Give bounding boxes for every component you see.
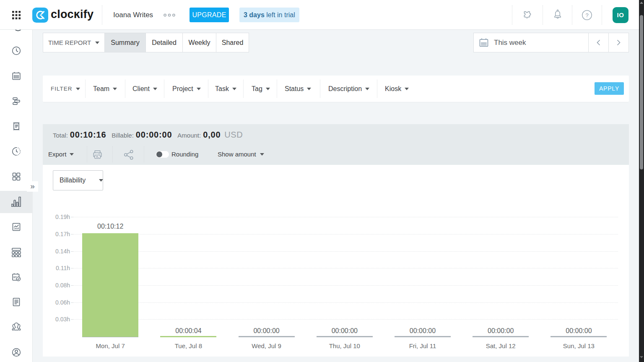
svg-text:?: ? [585,12,588,18]
